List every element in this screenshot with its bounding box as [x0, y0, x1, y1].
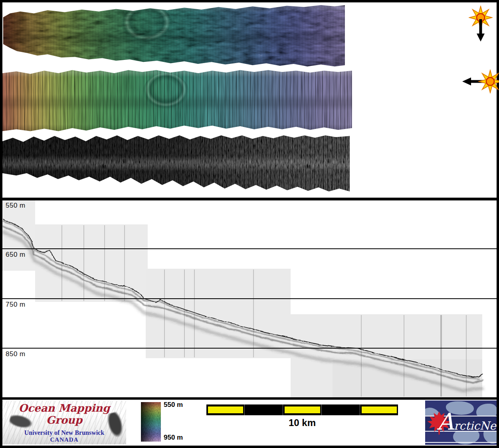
- arcticnet-logo: A rcticNet: [425, 400, 497, 445]
- figure-root: 550 m 650 m 750 m 850 m Ocean Mapping Gr…: [0, 0, 499, 448]
- depth-label-650: 650 m: [6, 251, 26, 259]
- gridline-650m: [2, 248, 497, 249]
- backscatter-strip: [2, 134, 350, 193]
- depth-colorbar: [141, 402, 161, 442]
- omg-subtitle: University of New Brunswick: [2, 429, 126, 436]
- colorbar-top-label: 550 m: [164, 401, 183, 409]
- scalebar-segment: [283, 404, 321, 415]
- sun-arrow-down-icon: [469, 6, 493, 42]
- gridline-750m: [2, 298, 497, 299]
- gridline-850m: [2, 348, 497, 349]
- profile-plot-area: 550 m 650 m 750 m 850 m: [2, 200, 497, 397]
- depth-label-550: 550 m: [6, 202, 26, 210]
- arcticnet-rest: rcticNet: [454, 419, 497, 432]
- swath-panel: [0, 0, 499, 200]
- ocean-mapping-group-logo: Ocean Mapping Group University of New Br…: [2, 400, 126, 444]
- arcticnet-wordmark: A rcticNet: [437, 410, 497, 433]
- bathymetry-strip-illuminated-east: [2, 69, 352, 132]
- figure-footer: Ocean Mapping Group University of New Br…: [0, 400, 499, 448]
- scalebar-segment: [321, 404, 360, 415]
- subbottom-profile-panel: 550 m 650 m 750 m 850 m: [0, 200, 499, 400]
- arcticnet-bottom-rule: [425, 442, 497, 443]
- scalebar-segment: [360, 404, 398, 415]
- omg-country: CANADA: [2, 436, 126, 443]
- depth-label-750: 750 m: [6, 301, 26, 309]
- sun-arrow-left-icon: [461, 69, 499, 93]
- map-scalebar: [206, 404, 398, 415]
- scalebar-label: 10 km: [206, 417, 398, 428]
- scalebar-segment: [244, 404, 283, 415]
- colorbar-bottom-label: 950 m: [164, 434, 183, 442]
- scalebar-segment: [206, 404, 244, 415]
- arcticnet-cap: A: [437, 410, 454, 433]
- depth-label-850: 850 m: [6, 350, 26, 358]
- bathymetry-strip-illuminated-north: [3, 3, 345, 67]
